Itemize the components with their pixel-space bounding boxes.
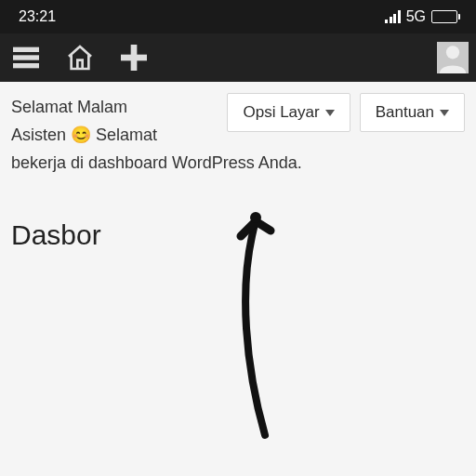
status-bar: 23:21 5G [0,0,476,33]
greeting-line3: bekerja di dashboard WordPress Anda. [11,151,465,177]
status-right: 5G [385,8,457,25]
user-avatar[interactable] [437,42,469,73]
signal-icon [385,10,401,23]
plus-icon[interactable] [115,39,152,76]
smile-emoji: 😊 [71,126,91,144]
menu-icon[interactable] [7,39,45,76]
screen-options-button[interactable]: Opsi Layar [227,93,350,132]
svg-point-5 [446,46,459,59]
battery-icon [431,10,457,23]
svg-rect-0 [14,47,39,51]
page-title: Dasbor [11,219,465,251]
greeting-line2: Asisten 😊 Selamat [11,121,157,149]
wp-admin-bar [0,33,476,82]
svg-rect-4 [122,55,147,60]
chevron-down-icon [440,110,449,116]
home-icon[interactable] [61,39,99,76]
svg-rect-2 [14,64,39,68]
status-time: 23:21 [19,8,56,25]
dashboard-content: Selamat Malam Asisten 😊 Selamat Opsi Lay… [0,82,476,476]
svg-rect-1 [14,56,39,60]
chevron-down-icon [325,110,335,116]
greeting-line1: Selamat Malam [11,93,157,121]
help-button[interactable]: Bantuan [360,93,465,132]
network-label: 5G [406,8,426,25]
